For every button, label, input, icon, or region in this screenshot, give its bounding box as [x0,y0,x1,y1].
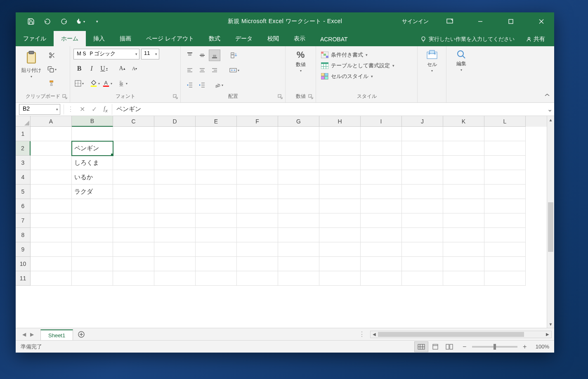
cell[interactable] [402,141,443,156]
cell[interactable] [402,213,443,228]
column-header[interactable]: F [237,116,278,127]
horizontal-scrollbar[interactable]: ◀ ▶ [370,331,552,338]
cell[interactable] [278,213,319,228]
cell[interactable] [237,185,278,199]
scroll-down-icon[interactable]: ▼ [547,320,554,328]
fill-color-button[interactable]: ▾ [89,78,101,89]
column-header[interactable]: I [361,116,402,127]
scroll-right-icon[interactable]: ▶ [544,332,551,336]
number-dialog-launcher[interactable] [308,94,314,100]
cell[interactable] [319,127,361,141]
cell-styles-button[interactable]: セルのスタイル▾ [319,72,396,81]
cell[interactable] [278,185,319,199]
column-header[interactable]: C [113,116,154,127]
cell[interactable] [196,141,237,156]
cell[interactable] [196,170,237,185]
cell[interactable] [31,185,72,199]
font-size-combo[interactable]: 11▾ [141,49,159,59]
font-color-button[interactable]: A▾ [102,78,113,89]
cut-button[interactable] [46,50,58,61]
increase-font-button[interactable]: A▴ [116,63,128,74]
tab-file[interactable]: ファイル [16,31,54,46]
column-header[interactable]: H [319,116,361,127]
cell[interactable] [154,170,196,185]
conditional-formatting-button[interactable]: 条件付き書式▾ [319,50,396,59]
cell[interactable] [443,185,484,199]
cell[interactable] [154,199,196,213]
column-header[interactable]: G [278,116,319,127]
select-all-corner[interactable] [16,116,31,127]
cell[interactable] [402,271,443,286]
cell[interactable] [278,141,319,156]
cell[interactable] [113,257,154,271]
paste-button[interactable]: 貼り付け ▾ [19,48,44,80]
column-header[interactable]: E [196,116,237,127]
cell[interactable] [72,271,113,286]
cell[interactable] [443,199,484,213]
cell[interactable] [361,170,402,185]
cell[interactable] [278,170,319,185]
cell[interactable] [484,271,526,286]
cell[interactable] [237,257,278,271]
cell[interactable] [402,185,443,199]
cell[interactable] [484,127,526,141]
row-header[interactable]: 10 [16,257,31,271]
scroll-thumb[interactable] [378,332,524,337]
row-header[interactable]: 4 [16,170,31,185]
ribbon-display-options-icon[interactable] [440,12,459,31]
column-header[interactable]: L [484,116,526,127]
cell[interactable] [484,170,526,185]
cell[interactable] [31,271,72,286]
decrease-font-button[interactable]: A▾ [129,63,140,74]
tab-review[interactable]: 校閲 [260,31,286,46]
cell[interactable] [31,257,72,271]
cell[interactable] [237,228,278,242]
cell[interactable] [361,271,402,286]
cell[interactable] [113,271,154,286]
cell[interactable] [278,242,319,257]
cell[interactable] [72,199,113,213]
font-dialog-launcher[interactable] [173,94,179,100]
cell[interactable] [154,257,196,271]
column-header[interactable]: J [402,116,443,127]
cell[interactable] [319,185,361,199]
scroll-thumb[interactable] [548,202,553,252]
cell[interactable] [484,257,526,271]
cell[interactable] [31,199,72,213]
maximize-icon[interactable] [501,12,520,31]
cell[interactable] [443,156,484,170]
cell[interactable] [443,213,484,228]
cell[interactable] [72,228,113,242]
cell[interactable] [154,242,196,257]
cell[interactable] [113,213,154,228]
format-as-table-button[interactable]: テーブルとして書式設定▾ [319,61,396,70]
wrap-text-button[interactable]: ab [229,50,240,61]
column-header[interactable]: A [31,116,72,127]
sheet-nav-prev[interactable]: ◀ [21,331,28,338]
cell[interactable] [443,228,484,242]
cell[interactable] [402,228,443,242]
insert-function-icon[interactable]: fx [104,106,108,113]
cell[interactable] [402,127,443,141]
cell[interactable] [319,141,361,156]
cell[interactable] [196,213,237,228]
sheet-nav-next[interactable]: ▶ [28,331,35,338]
cell[interactable] [113,127,154,141]
tab-acrobat[interactable]: ACROBAT [313,32,355,46]
row-header[interactable]: 1 [16,127,31,141]
cell[interactable] [361,141,402,156]
cell[interactable] [31,141,72,156]
cell[interactable] [484,242,526,257]
phonetic-guide-button[interactable]: ア亜 ▾ [117,78,129,89]
cell[interactable] [154,127,196,141]
cell[interactable] [237,170,278,185]
cell[interactable]: ペンギン [72,141,113,156]
enter-formula-icon[interactable]: ✓ [92,105,97,113]
cell[interactable] [402,156,443,170]
cell[interactable] [196,257,237,271]
cell[interactable] [154,271,196,286]
cell[interactable] [72,242,113,257]
row-header[interactable]: 6 [16,199,31,213]
cell[interactable] [278,199,319,213]
cell[interactable] [113,156,154,170]
